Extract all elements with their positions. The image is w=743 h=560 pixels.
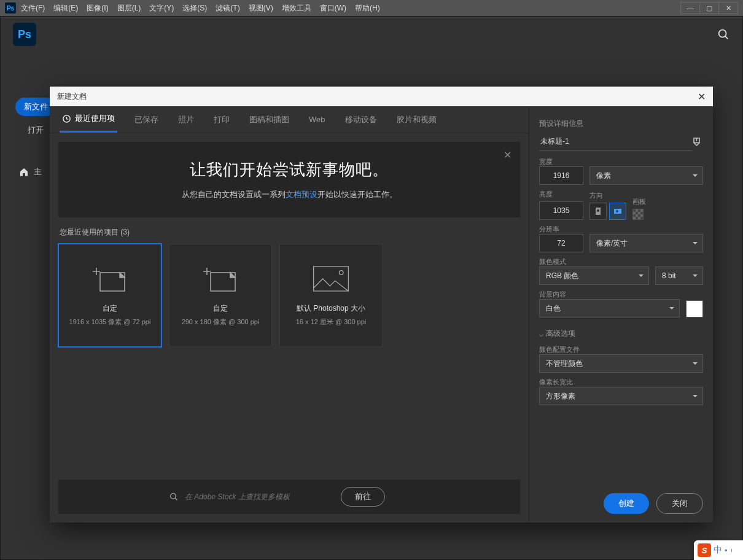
- tab-recent[interactable]: 最近使用项: [60, 106, 117, 133]
- menu-type[interactable]: 文字(Y): [149, 3, 174, 14]
- tab-art[interactable]: 图稿和插图: [247, 106, 292, 133]
- sogou-icon: S: [698, 543, 711, 557]
- tile-dims: 16 x 12 厘米 @ 300 ppi: [296, 317, 367, 327]
- dialog-title: 新建文档: [57, 91, 87, 102]
- artboard-label: 画板: [632, 197, 646, 206]
- tile-name: 自定: [103, 303, 117, 314]
- home-tab[interactable]: 主: [19, 166, 42, 177]
- preset-tabs: 最近使用项 已保存 照片 打印 图稿和插图 Web 移动设备 胶片和视频: [50, 106, 529, 133]
- clock-icon: [62, 114, 71, 123]
- color-mode-label: 颜色模式: [539, 257, 703, 266]
- bit-depth-select[interactable]: 8 bit: [655, 266, 703, 285]
- preset-tiles: 自定 1916 x 1035 像素 @ 72 ppi 自定 290 x 180 …: [58, 244, 520, 347]
- close-button[interactable]: ✕: [718, 2, 738, 14]
- height-label: 高度: [539, 190, 583, 199]
- tab-photo[interactable]: 照片: [176, 106, 196, 133]
- ime-lang: 中: [714, 545, 722, 556]
- ps-logo: Ps: [13, 23, 36, 46]
- height-input[interactable]: [539, 201, 583, 220]
- tab-print[interactable]: 打印: [211, 106, 232, 133]
- orientation-portrait[interactable]: [589, 203, 607, 220]
- dialog-left-pane: 最近使用项 已保存 照片 打印 图稿和插图 Web 移动设备 胶片和视频 ✕ 让…: [50, 106, 529, 523]
- search-icon: [169, 492, 179, 502]
- window-controls: — ▢ ✕: [681, 2, 738, 14]
- tab-mobile[interactable]: 移动设备: [343, 106, 379, 133]
- pixel-aspect-label: 像素长宽比: [539, 378, 703, 387]
- preset-details-panel: 预设详细信息 未标题-1 宽度 像素 高度: [529, 106, 713, 523]
- background-label: 背景内容: [539, 290, 703, 299]
- menu-file[interactable]: 文件(F): [21, 3, 45, 14]
- dialog-titlebar: 新建文档 ✕: [50, 87, 713, 106]
- tile-dims: 290 x 180 像素 @ 300 ppi: [182, 317, 260, 327]
- menu-image[interactable]: 图像(I): [87, 3, 108, 14]
- new-document-dialog: 新建文档 ✕ 最近使用项 已保存 照片 打印 图稿和插图 Web 移动设备 胶片…: [50, 87, 713, 523]
- close-button[interactable]: 关闭: [656, 493, 703, 514]
- hero-close-button[interactable]: ✕: [504, 149, 512, 161]
- home-header: Ps: [1, 17, 742, 52]
- resolution-unit-select[interactable]: 像素/英寸: [589, 234, 703, 252]
- menu-layer[interactable]: 图层(L): [117, 3, 141, 14]
- preset-tile[interactable]: 自定 1916 x 1035 像素 @ 72 ppi: [58, 244, 161, 347]
- background-color-swatch[interactable]: [686, 300, 703, 317]
- background-select[interactable]: 白色: [539, 299, 680, 317]
- menu-select[interactable]: 选择(S): [182, 3, 207, 14]
- color-profile-select[interactable]: 不管理颜色: [539, 354, 703, 373]
- orientation-landscape[interactable]: [609, 203, 626, 220]
- width-input[interactable]: [539, 166, 583, 185]
- ime-more-icon: •၊: [725, 546, 736, 555]
- orientation-label: 方向: [589, 191, 626, 200]
- resolution-label: 分辨率: [539, 225, 703, 234]
- create-button[interactable]: 创建: [604, 493, 649, 514]
- minimize-button[interactable]: —: [680, 2, 700, 14]
- svg-point-16: [616, 210, 618, 212]
- menubar: 文件(F) 编辑(E) 图像(I) 图层(L) 文字(Y) 选择(S) 滤镜(T…: [21, 3, 380, 14]
- color-mode-select[interactable]: RGB 颜色: [539, 266, 649, 285]
- image-doc-icon: [313, 264, 349, 294]
- tab-web[interactable]: Web: [306, 106, 328, 133]
- menu-window[interactable]: 窗口(W): [320, 3, 346, 14]
- dialog-close-button[interactable]: ✕: [698, 91, 706, 103]
- hero-title: 让我们开始尝试新事物吧。: [83, 159, 496, 181]
- color-profile-label: 颜色配置文件: [539, 345, 703, 354]
- open-button[interactable]: 打开: [28, 125, 44, 136]
- save-preset-icon[interactable]: [692, 136, 703, 147]
- svg-line-12: [175, 498, 177, 500]
- stock-search-input[interactable]: [185, 492, 332, 501]
- titlebar: Ps 文件(F) 编辑(E) 图像(I) 图层(L) 文字(Y) 选择(S) 滤…: [0, 0, 743, 16]
- main-area: Ps 新文件 打开 主 新建文档 ✕ 最近使用项 已保存 照片 打: [0, 16, 743, 560]
- tile-dims: 1916 x 1035 像素 @ 72 ppi: [69, 317, 151, 327]
- width-unit-select[interactable]: 像素: [589, 166, 703, 185]
- doc-presets-link[interactable]: 文档预设: [286, 190, 317, 199]
- menu-filter[interactable]: 滤镜(T): [216, 3, 239, 14]
- menu-view[interactable]: 视图(V): [249, 3, 273, 14]
- tile-name: 自定: [213, 303, 228, 314]
- svg-point-0: [719, 30, 726, 37]
- resolution-input[interactable]: [539, 234, 583, 252]
- maximize-button[interactable]: ▢: [699, 2, 719, 14]
- menu-edit[interactable]: 编辑(E): [53, 3, 78, 14]
- search-icon[interactable]: [717, 28, 730, 41]
- tile-name: 默认 Photoshop 大小: [297, 303, 365, 314]
- menu-plugins[interactable]: 增效工具: [282, 3, 311, 14]
- svg-point-14: [597, 209, 599, 212]
- hero-subtitle: 从您自己的文档设置或一系列文档预设开始以快速开始工作。: [83, 189, 496, 200]
- svg-line-1: [725, 36, 728, 39]
- advanced-toggle[interactable]: ⌵ 高级选项: [539, 329, 703, 339]
- blank-doc-icon: [91, 264, 128, 294]
- details-header: 预设详细信息: [539, 119, 703, 129]
- menu-help[interactable]: 帮助(H): [355, 3, 380, 14]
- tab-saved[interactable]: 已保存: [132, 106, 161, 133]
- artboard-checkbox[interactable]: [632, 209, 644, 220]
- ime-indicator[interactable]: S 中 •၊: [694, 540, 743, 560]
- home-icon: [19, 167, 29, 177]
- hero-banner: ✕ 让我们开始尝试新事物吧。 从您自己的文档设置或一系列文档预设开始以快速开始工…: [58, 142, 520, 217]
- recent-items-label: 您最近使用的项目 (3): [60, 227, 520, 238]
- stock-go-button[interactable]: 前往: [341, 487, 385, 507]
- chevron-down-icon: ⌵: [539, 330, 543, 338]
- stock-search-bar: 前往: [58, 480, 520, 514]
- preset-tile[interactable]: 自定 290 x 180 像素 @ 300 ppi: [169, 244, 272, 347]
- pixel-aspect-select[interactable]: 方形像素: [539, 387, 703, 405]
- doc-name-input[interactable]: 未标题-1: [539, 133, 692, 151]
- tab-film[interactable]: 胶片和视频: [394, 106, 439, 133]
- preset-tile[interactable]: 默认 Photoshop 大小 16 x 12 厘米 @ 300 ppi: [279, 244, 383, 347]
